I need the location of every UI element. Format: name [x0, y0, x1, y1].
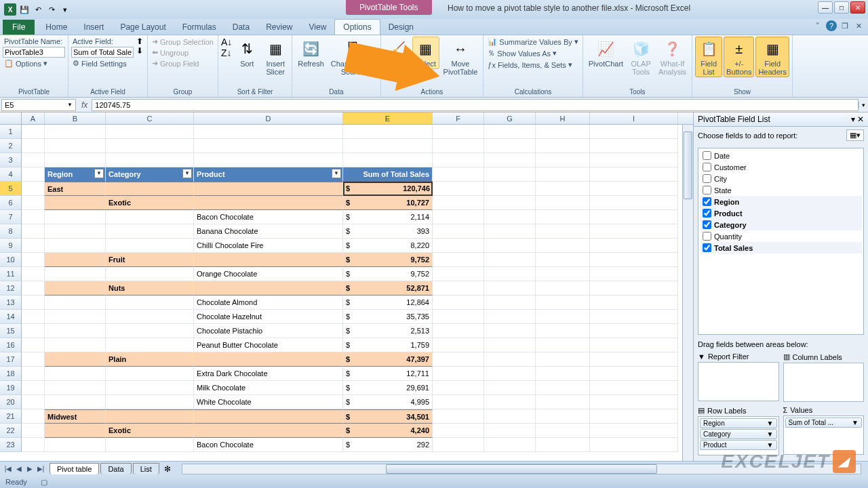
field-checkbox[interactable] — [703, 186, 711, 195]
filter-dropdown-icon[interactable]: ▼ — [94, 169, 104, 178]
row-header[interactable]: 2 — [0, 139, 22, 153]
field-list-item[interactable]: Total Sales — [700, 242, 862, 253]
cell[interactable] — [433, 367, 484, 381]
cell[interactable] — [484, 196, 536, 210]
cell[interactable]: $ — [343, 210, 361, 224]
cell[interactable] — [22, 267, 45, 281]
minimize-button[interactable]: — — [818, 1, 833, 14]
area-field-pill[interactable]: Product▼ — [700, 440, 777, 450]
cell[interactable] — [484, 338, 536, 352]
cell[interactable]: $ — [343, 438, 361, 452]
cell[interactable] — [590, 409, 678, 424]
cell[interactable]: 4,240 — [361, 424, 433, 438]
cell[interactable] — [590, 253, 678, 267]
cell[interactable]: 12,864 — [361, 296, 433, 310]
redo-icon[interactable]: ↷ — [46, 4, 57, 15]
cell[interactable] — [536, 167, 590, 182]
cell[interactable] — [22, 196, 45, 210]
insert-slicer-button[interactable]: ▦Insert Slicer — [262, 37, 289, 77]
close-button[interactable]: ✕ — [850, 1, 865, 14]
area-field-pill[interactable]: Region▼ — [700, 418, 777, 428]
cell[interactable] — [433, 182, 484, 196]
move-pivottable-button[interactable]: ↔Move PivotTable — [441, 37, 481, 77]
field-list-view-icon[interactable]: ▦▾ — [846, 129, 864, 141]
change-data-source-button[interactable]: 🗄Change Data Source — [328, 37, 378, 77]
cell[interactable] — [536, 310, 590, 324]
cell[interactable] — [590, 182, 678, 196]
cell[interactable] — [536, 196, 590, 210]
sheet-tab[interactable]: Data — [100, 463, 131, 474]
cell[interactable]: Exotic — [106, 424, 194, 438]
maximize-button[interactable]: □ — [834, 1, 849, 14]
cell[interactable] — [106, 367, 194, 381]
first-sheet-icon[interactable]: |◀ — [3, 465, 14, 472]
cell[interactable]: Bacon Chocolate — [194, 210, 343, 224]
col-header[interactable]: G — [484, 113, 536, 124]
cell[interactable] — [433, 409, 484, 424]
field-list-item[interactable]: Date — [700, 150, 862, 161]
field-settings-button[interactable]: ⚙ Field Settings — [71, 58, 134, 68]
field-headers-toggle[interactable]: ▦Field Headers — [755, 37, 789, 77]
field-checkbox[interactable] — [703, 151, 711, 160]
sort-button[interactable]: ⇅Sort — [233, 37, 260, 69]
cell[interactable] — [484, 296, 536, 310]
cell[interactable] — [536, 338, 590, 352]
cell[interactable] — [536, 424, 590, 438]
qat-dropdown-icon[interactable]: ▾ — [60, 4, 71, 15]
scrollbar-thumb[interactable] — [684, 131, 692, 199]
cell[interactable] — [433, 281, 484, 296]
cell[interactable] — [433, 267, 484, 281]
cell[interactable] — [106, 153, 194, 167]
cell[interactable]: $ — [343, 395, 361, 409]
cell[interactable] — [106, 296, 194, 310]
cell[interactable]: 52,871 — [361, 281, 433, 296]
pivottable-name-input[interactable] — [3, 47, 65, 58]
filter-dropdown-icon[interactable]: ▼ — [182, 169, 192, 178]
cell[interactable] — [536, 224, 590, 239]
cell[interactable]: $ — [343, 367, 361, 381]
cell[interactable] — [536, 139, 590, 153]
tab-design[interactable]: Design — [380, 20, 422, 35]
cell[interactable] — [106, 438, 194, 452]
cell[interactable] — [22, 324, 45, 338]
cell[interactable]: 47,397 — [361, 352, 433, 367]
field-checkbox[interactable] — [703, 163, 711, 171]
area-field-pill[interactable]: Sum of Total ...▼ — [785, 418, 863, 428]
cell[interactable]: $ — [343, 196, 361, 210]
cell[interactable]: 35,735 — [361, 310, 433, 324]
expand-formula-bar-icon[interactable]: ▾ — [859, 102, 868, 108]
cell[interactable]: Extra Dark Chocolate — [194, 367, 343, 381]
cell[interactable] — [484, 409, 536, 424]
cell[interactable] — [484, 367, 536, 381]
cell[interactable] — [590, 267, 678, 281]
field-list-item[interactable]: Product — [700, 207, 862, 219]
cell[interactable] — [45, 310, 106, 324]
cell[interactable] — [590, 125, 678, 139]
values-area[interactable]: Sum of Total ...▼ — [783, 415, 865, 455]
cell[interactable]: Midwest — [45, 409, 106, 424]
cell[interactable] — [194, 196, 343, 210]
sort-asc-icon[interactable]: A↓ — [221, 37, 232, 47]
cell[interactable]: $ — [343, 381, 361, 395]
field-list-item[interactable]: Customer — [700, 161, 862, 173]
macro-record-icon[interactable]: ▢ — [41, 478, 47, 487]
prev-sheet-icon[interactable]: ◀ — [14, 465, 24, 472]
show-values-as-button[interactable]: ％Show Values As▾ — [486, 47, 558, 59]
cell[interactable]: 34,501 — [361, 409, 433, 424]
cell[interactable] — [433, 310, 484, 324]
cell[interactable]: Chocolate Pistachio — [194, 324, 343, 338]
sheet-tab[interactable]: List — [133, 463, 159, 474]
cell[interactable] — [433, 253, 484, 267]
cell[interactable]: Plain — [106, 352, 194, 367]
cell[interactable]: $ — [343, 352, 361, 367]
cell[interactable]: Chocolate Hazelnut — [194, 310, 343, 324]
cell[interactable]: $ — [343, 267, 361, 281]
cell[interactable] — [45, 438, 106, 452]
col-header[interactable]: B — [45, 113, 106, 124]
row-header[interactable]: 8 — [0, 224, 22, 239]
field-checkbox[interactable] — [703, 243, 711, 252]
col-header[interactable]: C — [106, 113, 194, 124]
cell[interactable] — [194, 182, 343, 196]
field-list-item[interactable]: State — [700, 184, 862, 196]
cell[interactable] — [343, 125, 433, 139]
